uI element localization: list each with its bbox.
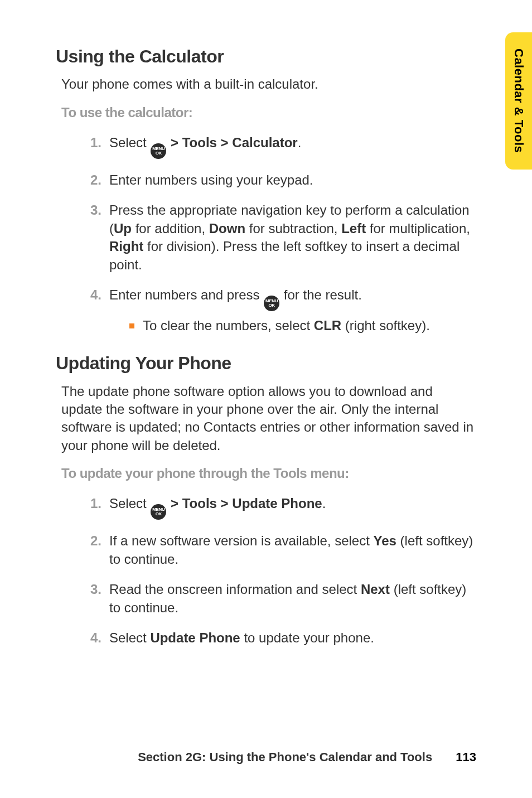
step-bold-update: Update Phone xyxy=(150,630,240,645)
step-text-b: for the result. xyxy=(280,287,362,302)
page-content: Using the Calculator Your phone comes wi… xyxy=(0,0,532,798)
sub-text-b: (right softkey). xyxy=(341,318,430,333)
footer-page-number: 113 xyxy=(456,750,476,764)
heading-using-calculator: Using the Calculator xyxy=(56,45,476,69)
step-tail: . xyxy=(298,135,302,150)
page-footer: Section 2G: Using the Phone's Calendar a… xyxy=(0,749,532,766)
step-1: 1. Select MENUOK > Tools > Calculator. xyxy=(78,134,476,159)
sub-bold-clr: CLR xyxy=(314,318,341,333)
step-2: 2. Enter numbers using your keypad. xyxy=(78,171,476,189)
intro-updating: The update phone software option allows … xyxy=(61,383,476,455)
footer-section-text: Section 2G: Using the Phone's Calendar a… xyxy=(138,750,432,764)
menu-ok-icon: MENUOK xyxy=(151,143,166,159)
step-bold-yes: Yes xyxy=(374,533,396,548)
step-number: 1. xyxy=(78,495,101,512)
section-updating-phone: Updating Your Phone The update phone sof… xyxy=(56,351,476,647)
step-number: 2. xyxy=(78,532,101,550)
menu-ok-icon: MENUOK xyxy=(264,296,279,311)
step-text-a: Read the onscreen information and select xyxy=(109,582,361,597)
heading-updating-phone: Updating Your Phone xyxy=(56,351,476,375)
step-text-b: for addition, xyxy=(132,221,209,236)
step-bold: > Tools > Calculator xyxy=(171,135,298,150)
sub-bullets: To clear the numbers, select CLR (right … xyxy=(109,317,476,335)
steps-updating: 1. Select MENUOK > Tools > Update Phone.… xyxy=(56,495,476,647)
step-text-pre: Select xyxy=(109,135,150,150)
side-tab-label: Calendar & Tools xyxy=(510,49,527,153)
side-tab: Calendar & Tools xyxy=(505,32,532,170)
step-bold: > Tools > Update Phone xyxy=(171,496,322,511)
step-3: 3. Read the onscreen information and sel… xyxy=(78,581,476,617)
step-text-a: Select xyxy=(109,630,150,645)
step-1: 1. Select MENUOK > Tools > Update Phone. xyxy=(78,495,476,520)
step-2: 2. If a new software version is availabl… xyxy=(78,532,476,568)
step-text-a: If a new software version is available, … xyxy=(109,533,374,548)
step-3: 3. Press the appropriate navigation key … xyxy=(78,201,476,274)
step-text-b: to update your phone. xyxy=(240,630,374,645)
step-bold-up: Up xyxy=(114,221,132,236)
sub-bullet: To clear the numbers, select CLR (right … xyxy=(129,317,476,335)
step-text-d: for multiplication, xyxy=(366,221,470,236)
section-using-calculator: Using the Calculator Your phone comes wi… xyxy=(56,45,476,335)
step-text-e: for division). Press the left softkey to… xyxy=(109,239,460,272)
step-4: 4. Enter numbers and press MENUOK for th… xyxy=(78,286,476,335)
step-text-a: Enter numbers and press xyxy=(109,287,263,302)
intro-calculator: Your phone comes with a built-in calcula… xyxy=(61,75,476,93)
step-4: 4. Select Update Phone to update your ph… xyxy=(78,629,476,647)
step-text-pre: Select xyxy=(109,496,150,511)
subhead-calculator: To use the calculator: xyxy=(61,104,476,122)
step-number: 1. xyxy=(78,134,101,152)
sub-text-a: To clear the numbers, select xyxy=(143,318,314,333)
step-number: 3. xyxy=(78,581,101,598)
step-text: Enter numbers using your keypad. xyxy=(109,172,313,187)
steps-calculator: 1. Select MENUOK > Tools > Calculator. 2… xyxy=(56,134,476,335)
step-bold-down: Down xyxy=(209,221,245,236)
step-text-c: for subtraction, xyxy=(245,221,341,236)
step-bold-next: Next xyxy=(361,582,390,597)
step-number: 3. xyxy=(78,201,101,219)
step-number: 2. xyxy=(78,171,101,189)
subhead-updating: To update your phone through the Tools m… xyxy=(61,465,476,482)
step-bold-left: Left xyxy=(341,221,366,236)
step-bold-right: Right xyxy=(109,239,143,254)
step-number: 4. xyxy=(78,286,101,304)
step-number: 4. xyxy=(78,629,101,647)
step-tail: . xyxy=(322,496,326,511)
menu-ok-icon: MENUOK xyxy=(151,504,166,520)
